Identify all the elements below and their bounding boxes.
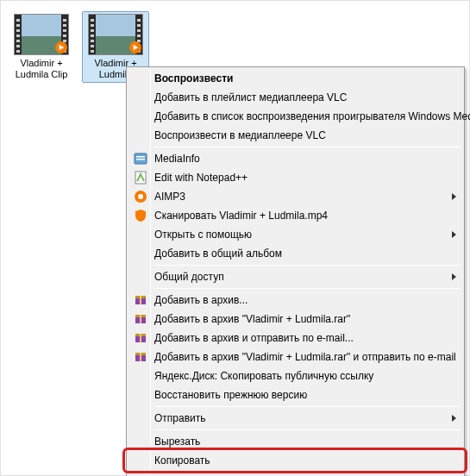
svg-rect-2 xyxy=(136,159,145,160)
svg-rect-8 xyxy=(140,296,141,304)
svg-rect-1 xyxy=(136,156,145,158)
menu-item-aimp3[interactable]: AIMP3 xyxy=(128,187,462,206)
menu-item-notepadpp[interactable]: Edit with Notepad++ xyxy=(128,168,462,187)
submenu-arrow-icon xyxy=(450,191,457,203)
menu-separator xyxy=(154,472,461,473)
menu-label: Добавить в архив "Vladimir + Ludmila.rar… xyxy=(154,351,456,363)
menu-label: MediaInfo xyxy=(154,153,200,165)
menu-label: Сканировать Vladimir + Ludmila.mp4 xyxy=(154,210,328,222)
submenu-arrow-icon xyxy=(450,271,457,283)
menu-separator xyxy=(154,429,461,430)
menu-item-sendto[interactable]: Отправить xyxy=(128,409,462,428)
aimp3-icon xyxy=(134,190,147,204)
menu-label: Копировать xyxy=(154,454,210,467)
menu-item-share[interactable]: Общий доступ xyxy=(128,267,462,286)
antivirus-icon xyxy=(134,209,147,222)
menu-label: Добавить в архив и отправить по e-mail..… xyxy=(154,332,354,344)
mediainfo-icon xyxy=(134,152,147,166)
menu-item-vlc-add[interactable]: Добавить в плейлист медиаплеера VLC xyxy=(128,88,462,107)
winrar-icon xyxy=(134,331,147,345)
menu-item-wmp-add[interactable]: Добавить в список воспроизведения проигр… xyxy=(128,107,462,126)
menu-label: Edit with Notepad++ xyxy=(154,172,248,184)
menu-label: Добавить в плейлист медиаплеера VLC xyxy=(154,91,347,103)
menu-item-restore[interactable]: Восстановить прежнюю версию xyxy=(128,385,462,404)
menu-label: Вырезать xyxy=(154,435,200,448)
menu-label: Отправить xyxy=(154,412,206,424)
submenu-arrow-icon xyxy=(450,412,457,424)
menu-item-add-rar[interactable]: Добавить в архив "Vladimir + Ludmila.rar… xyxy=(128,310,462,329)
notepadpp-icon xyxy=(134,171,147,185)
menu-item-add-archive[interactable]: Добавить в архив... xyxy=(128,291,462,310)
menu-separator xyxy=(154,265,461,266)
menu-item-archive-email[interactable]: Добавить в архив и отправить по e-mail..… xyxy=(128,329,462,348)
menu-label: Добавить в архив "Vladimir + Ludmila.rar… xyxy=(154,313,350,325)
menu-label: Добавить в общий альбом xyxy=(154,247,282,260)
menu-item-openwith[interactable]: Открыть с помощью xyxy=(128,225,462,244)
menu-item-play[interactable]: Воспроизвести xyxy=(128,69,462,88)
menu-item-yandex-disk[interactable]: Яндекс.Диск: Скопировать публичную ссылк… xyxy=(128,366,462,385)
svg-point-5 xyxy=(138,194,143,199)
menu-item-vlc-play[interactable]: Воспроизвести в медиаплеере VLC xyxy=(128,126,462,145)
menu-item-copy[interactable]: Копировать xyxy=(128,451,462,470)
menu-separator xyxy=(154,406,461,407)
menu-label: Воспроизвести xyxy=(154,72,233,85)
file-area: Vladimir + Ludmila Clip Vladimir + Ludmi… xyxy=(0,0,470,476)
menu-label: Добавить в список воспроизведения проигр… xyxy=(154,110,470,122)
menu-label: Общий доступ xyxy=(154,271,224,283)
file-item[interactable]: Vladimir + Ludmila Clip xyxy=(8,11,75,83)
menu-item-cut[interactable]: Вырезать xyxy=(128,432,462,451)
menu-separator xyxy=(154,147,461,147)
winrar-icon xyxy=(134,312,147,326)
menu-label: Восстановить прежнюю версию xyxy=(154,389,307,401)
file-label: Vladimir + Ludmila Clip xyxy=(10,58,72,80)
winrar-icon xyxy=(134,350,147,364)
svg-rect-11 xyxy=(140,315,141,323)
menu-item-mediainfo[interactable]: MediaInfo xyxy=(128,149,462,168)
menu-label: AIMP3 xyxy=(154,191,185,203)
menu-item-add-shared-album[interactable]: Добавить в общий альбом xyxy=(128,244,462,263)
play-overlay-icon xyxy=(55,41,67,53)
winrar-icon xyxy=(134,293,147,307)
svg-rect-17 xyxy=(140,353,141,361)
context-menu: Воспроизвести Добавить в плейлист медиап… xyxy=(126,66,465,476)
menu-label: Яндекс.Диск: Скопировать публичную ссылк… xyxy=(154,370,373,382)
menu-label: Добавить в архив... xyxy=(154,294,248,306)
video-thumbnail xyxy=(14,14,69,55)
menu-item-rar-email[interactable]: Добавить в архив "Vladimir + Ludmila.rar… xyxy=(128,348,462,366)
play-overlay-icon xyxy=(129,41,141,53)
svg-rect-14 xyxy=(140,334,141,342)
menu-label: Открыть с помощью xyxy=(154,229,252,241)
menu-label: Воспроизвести в медиаплеере VLC xyxy=(154,129,326,141)
menu-separator xyxy=(154,288,461,289)
video-thumbnail xyxy=(88,14,143,55)
menu-item-scan[interactable]: Сканировать Vladimir + Ludmila.mp4 xyxy=(128,206,462,225)
submenu-arrow-icon xyxy=(450,229,457,241)
